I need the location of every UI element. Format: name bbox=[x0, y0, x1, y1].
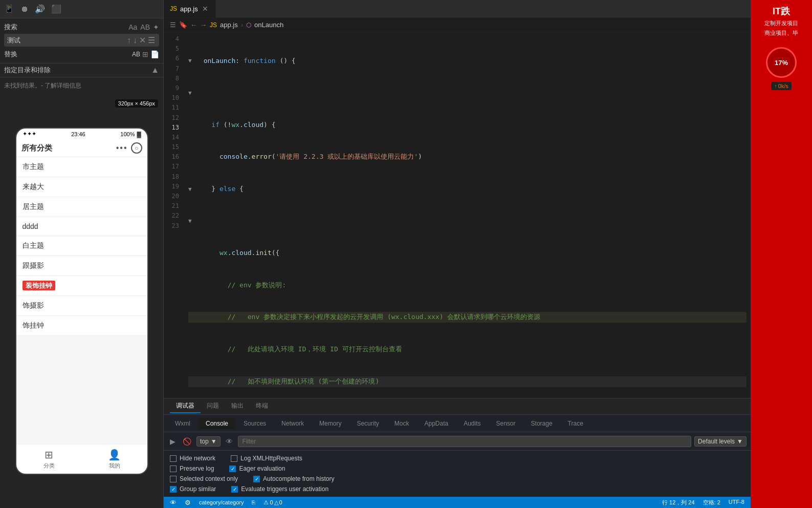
eager-eval-checkbox[interactable]: ✓ bbox=[229, 465, 236, 472]
breadcrumb-forward-icon[interactable]: → bbox=[200, 21, 207, 29]
context-select[interactable]: top ▼ bbox=[196, 436, 221, 447]
group-similar-checkbox[interactable]: ✓ bbox=[170, 486, 177, 493]
console-tab-trace[interactable]: Trace bbox=[561, 418, 590, 429]
phone-status-bar: ✦✦✦ 23:46 100% ▓ bbox=[16, 129, 147, 139]
console-block-btn[interactable]: 🚫 bbox=[181, 436, 193, 447]
debug-tab-terminal[interactable]: 终端 bbox=[250, 399, 274, 413]
log-xml-checkbox[interactable] bbox=[231, 455, 237, 462]
replace-icon[interactable]: ⊞ bbox=[142, 50, 148, 58]
debug-tab-issues[interactable]: 问题 bbox=[201, 399, 225, 413]
console-tab-mock[interactable]: Mock bbox=[387, 418, 416, 429]
line-num-16: 16 bbox=[164, 152, 181, 162]
fold-arrow-9[interactable]: ▼ bbox=[188, 217, 195, 226]
level-select[interactable]: Default levels ▼ bbox=[694, 436, 747, 447]
selected-context-checkbox[interactable] bbox=[170, 476, 177, 482]
option-hide-network[interactable]: Hide network bbox=[170, 455, 215, 462]
tab-app-js[interactable]: JS app.js ✕ bbox=[164, 0, 216, 17]
list-item[interactable]: 市主题 bbox=[16, 157, 147, 177]
list-item[interactable]: 来越大 bbox=[16, 177, 147, 197]
breadcrumb-back-icon[interactable]: ← bbox=[190, 21, 197, 29]
option-autocomplete[interactable]: ✓ Autocomplete from history bbox=[253, 475, 334, 482]
fold-arrow-5[interactable]: ▼ bbox=[188, 89, 195, 98]
console-tab-security[interactable]: Security bbox=[349, 418, 386, 429]
nav-prev-icon[interactable]: ↑ bbox=[127, 36, 131, 45]
dir-row: 指定目录和排除 ▲ bbox=[0, 64, 163, 77]
list-item[interactable]: 装饰挂钟 bbox=[16, 276, 147, 296]
evaluate-triggers-checkbox[interactable]: ✓ bbox=[231, 486, 238, 493]
log-xml-label: Log XMLHttpRequests bbox=[240, 455, 302, 462]
ad-circle[interactable]: 17% bbox=[766, 47, 797, 78]
console-tab-console[interactable]: Console bbox=[199, 418, 235, 429]
nav-next-icon[interactable]: ↓ bbox=[133, 36, 137, 45]
breadcrumb-file[interactable]: app.js bbox=[220, 21, 238, 29]
console-toolbar: ▶ 🚫 top ▼ 👁 Default levels ▼ bbox=[164, 432, 751, 451]
nav-item-classify[interactable]: ⊞ 分类 bbox=[16, 449, 82, 470]
breadcrumb-symbol[interactable]: onLaunch bbox=[254, 21, 283, 29]
console-tab-sensor[interactable]: Sensor bbox=[489, 418, 523, 429]
debug-tab-output[interactable]: 输出 bbox=[225, 399, 250, 413]
eye-btn[interactable]: 👁 bbox=[224, 436, 235, 447]
option-preserve-log[interactable]: Preserve log bbox=[170, 465, 214, 472]
phone-icon[interactable]: 📱 bbox=[4, 4, 14, 14]
fold-arrow-8[interactable]: ▼ bbox=[188, 185, 195, 194]
dir-expand-icon[interactable]: ▲ bbox=[151, 66, 159, 75]
option-log-xml[interactable]: Log XMLHttpRequests bbox=[231, 455, 302, 462]
list-item[interactable]: dddd bbox=[16, 217, 147, 236]
tab-close-btn[interactable]: ✕ bbox=[201, 4, 209, 14]
phone-dots[interactable]: ••• bbox=[116, 143, 128, 153]
line-num-21: 21 bbox=[164, 201, 181, 211]
option-evaluate-triggers[interactable]: ✓ Evaluate triggers user activation bbox=[231, 485, 328, 493]
option-group-similar[interactable]: ✓ Group similar bbox=[170, 485, 216, 493]
list-item[interactable]: 居主题 bbox=[16, 197, 147, 217]
status-spaces[interactable]: 空格: 2 bbox=[703, 499, 720, 506]
phone-circle-btn[interactable]: ○ bbox=[131, 142, 142, 154]
hide-network-checkbox[interactable] bbox=[170, 455, 177, 462]
record-icon[interactable]: ⏺ bbox=[20, 5, 29, 14]
line-num-11: 11 bbox=[164, 103, 181, 113]
case-icon[interactable]: Aa bbox=[128, 23, 137, 31]
status-encoding[interactable]: UTF-8 bbox=[729, 499, 744, 506]
line-num-7: 7 bbox=[164, 64, 181, 74]
console-tabs: Wxml Console Sources Network Memory Secu… bbox=[164, 415, 751, 432]
list-item[interactable]: 饰挂钟 bbox=[16, 316, 147, 336]
breadcrumb-bookmark-icon[interactable]: 🔖 bbox=[179, 21, 187, 29]
fold-arrow[interactable]: ▼ bbox=[188, 56, 195, 66]
regex-icon[interactable]: ✦ bbox=[153, 23, 159, 31]
list-item[interactable]: 白主题 bbox=[16, 236, 147, 256]
select-all-icon[interactable]: ☰ bbox=[148, 35, 155, 45]
status-line-col[interactable]: 行 12，列 24 bbox=[662, 499, 695, 506]
list-item[interactable]: 跟摄影 bbox=[16, 256, 147, 276]
replace-file-icon[interactable]: 📄 bbox=[150, 50, 159, 58]
preserve-log-checkbox[interactable] bbox=[170, 465, 177, 472]
status-bar: 👁 ⚙ category/category ⎘ ⚠ 0 △ 0 行 12，列 2… bbox=[164, 497, 751, 508]
console-tab-memory[interactable]: Memory bbox=[312, 418, 348, 429]
clear-icon[interactable]: ✕ bbox=[139, 35, 146, 45]
breadcrumb-nav-icon[interactable]: ☰ bbox=[170, 21, 176, 29]
code-line-5: ▼ bbox=[188, 88, 747, 98]
debug-tab-console[interactable]: 调试器 bbox=[170, 399, 201, 413]
status-filepath[interactable]: category/category bbox=[199, 499, 244, 505]
list-item[interactable]: 饰摄影 bbox=[16, 296, 147, 316]
line-num-20: 20 bbox=[164, 192, 181, 201]
search-input[interactable] bbox=[7, 36, 126, 44]
status-eye-icon[interactable]: 👁 bbox=[170, 499, 177, 506]
status-errors[interactable]: ⚠ 0 △ 0 bbox=[264, 499, 282, 506]
status-copy-icon[interactable]: ⎘ bbox=[252, 499, 255, 505]
console-tab-network[interactable]: Network bbox=[274, 418, 311, 429]
console-tab-appdata[interactable]: AppData bbox=[417, 418, 455, 429]
status-gear-icon[interactable]: ⚙ bbox=[185, 499, 191, 506]
autocomplete-checkbox[interactable]: ✓ bbox=[253, 476, 260, 482]
speaker-icon[interactable]: 🔊 bbox=[35, 4, 45, 14]
word-icon[interactable]: AB bbox=[140, 23, 150, 31]
code-content[interactable]: ▼ onLaunch: function () { ▼ if (!wx.clou… bbox=[184, 32, 751, 398]
filter-input[interactable] bbox=[238, 436, 691, 447]
console-tab-audits[interactable]: Audits bbox=[456, 418, 488, 429]
console-tab-wxml[interactable]: Wxml bbox=[168, 418, 197, 429]
option-eager-eval[interactable]: ✓ Eager evaluation bbox=[229, 465, 285, 472]
console-tab-sources[interactable]: Sources bbox=[236, 418, 273, 429]
nav-item-profile[interactable]: 👤 我的 bbox=[82, 449, 147, 470]
option-selected-context[interactable]: Selected context only bbox=[170, 475, 238, 482]
console-tab-storage[interactable]: Storage bbox=[524, 418, 560, 429]
display-icon[interactable]: ⬛ bbox=[51, 4, 61, 14]
console-execute-btn[interactable]: ▶ bbox=[168, 436, 178, 447]
